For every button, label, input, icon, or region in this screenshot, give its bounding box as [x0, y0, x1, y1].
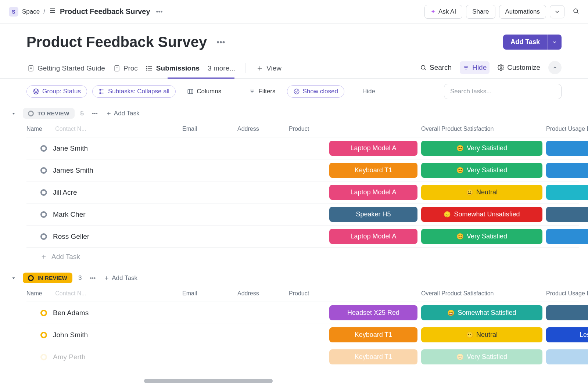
col-duration[interactable]: Product Usage Duration: [546, 126, 588, 132]
status-pill[interactable]: IN REVIEW: [23, 273, 72, 283]
satisfaction-badge[interactable]: 😊Very Satisfied: [421, 229, 542, 244]
duration-badge[interactable]: 1-3 years: [546, 163, 588, 178]
product-badge[interactable]: Keyboard T1: [329, 163, 417, 178]
table-row[interactable]: Ben Adams Headset X25 Red 😄Somewhat Sati…: [26, 302, 579, 324]
global-search-icon[interactable]: [573, 8, 579, 15]
task-name[interactable]: Mark Cher: [53, 211, 86, 219]
product-badge[interactable]: Keyboard T1: [329, 349, 417, 364]
group-more-icon[interactable]: •••: [88, 275, 98, 281]
product-badge[interactable]: Headset X25 Red: [329, 305, 417, 320]
col-duration[interactable]: Product Usage Duration: [546, 290, 588, 297]
collapse-toolbar-button[interactable]: [548, 61, 562, 74]
task-name[interactable]: Jill Acre: [53, 188, 77, 197]
collapse-icon[interactable]: [10, 110, 17, 117]
product-badge[interactable]: Laptop Model A: [329, 229, 417, 244]
table-row[interactable]: Jill Acre Laptop Model A 😐Neutral Never …: [26, 181, 579, 204]
col-name[interactable]: Name Contact N...: [26, 290, 182, 297]
satisfaction-badge[interactable]: 😐Neutral: [421, 327, 542, 342]
col-product[interactable]: Product: [289, 290, 421, 297]
task-name[interactable]: Jane Smith: [53, 144, 88, 152]
table-row[interactable]: Ross Geller Laptop Model A 😊Very Satisfi…: [26, 226, 579, 248]
breadcrumb-list[interactable]: Product Feedback Survey: [60, 7, 150, 16]
duration-badge[interactable]: 1-6 months: [546, 207, 588, 222]
table-row[interactable]: Jane Smith Laptop Model A 😊Very Satisfie…: [26, 137, 579, 159]
duration-badge[interactable]: Never used: [546, 185, 588, 200]
col-address[interactable]: Address: [237, 126, 285, 132]
satisfaction-badge[interactable]: 😊Very Satisfied: [421, 163, 542, 178]
table-row[interactable]: Amy Perth Keyboard T1 😊Very Satisfied 1-…: [26, 346, 579, 368]
task-name[interactable]: Amy Perth: [53, 353, 86, 361]
satisfaction-badge[interactable]: 😐Neutral: [421, 185, 542, 200]
columns-chip[interactable]: Columns: [181, 85, 227, 98]
hide-link[interactable]: Hide: [359, 86, 378, 97]
satisfaction-badge[interactable]: 😞Somewhat Unsatisfied: [421, 207, 542, 222]
status-dot-icon[interactable]: [40, 211, 47, 218]
duration-badge[interactable]: 1-6 months: [546, 305, 588, 320]
add-task-caret-button[interactable]: [547, 35, 562, 50]
group-add-task[interactable]: Add Task: [104, 274, 137, 282]
duration-badge[interactable]: Less than a month: [546, 327, 588, 342]
task-search-box[interactable]: [444, 84, 562, 99]
add-task-inline[interactable]: Add Task: [40, 248, 579, 266]
satisfaction-badge[interactable]: 😄Somewhat Satisfied: [421, 305, 542, 320]
group-add-task[interactable]: Add Task: [106, 110, 140, 117]
task-name[interactable]: Ross Geller: [53, 233, 89, 241]
automations-caret-button[interactable]: [550, 5, 564, 18]
satisfaction-badge[interactable]: 😊Very Satisfied: [421, 349, 542, 364]
tab-proc[interactable]: Proc: [112, 61, 139, 78]
product-badge[interactable]: Laptop Model A: [329, 141, 417, 156]
search-view-button[interactable]: Search: [417, 61, 455, 74]
col-email[interactable]: Email: [182, 126, 237, 132]
duration-badge[interactable]: 1-3 years: [546, 141, 588, 156]
status-dot-icon[interactable]: [40, 189, 47, 196]
subtasks-chip[interactable]: Subtasks: Collapse all: [92, 85, 176, 98]
space-avatar[interactable]: S: [9, 7, 18, 17]
group-chip[interactable]: Group: Status: [26, 85, 87, 98]
show-closed-chip[interactable]: Show closed: [287, 85, 344, 98]
group-more-icon[interactable]: •••: [90, 110, 100, 116]
col-product[interactable]: Product: [289, 126, 421, 132]
tab-more[interactable]: 3 more...: [207, 61, 236, 78]
customize-button[interactable]: Customize: [495, 61, 543, 74]
product-badge[interactable]: Speaker H5: [329, 207, 417, 222]
add-task-button[interactable]: Add Task: [503, 35, 547, 50]
task-name[interactable]: Ben Adams: [53, 309, 89, 317]
status-dot-icon[interactable]: [40, 354, 47, 360]
status-pill[interactable]: TO REVIEW: [23, 108, 75, 119]
automations-button[interactable]: Automations: [499, 5, 546, 19]
task-name[interactable]: James Smith: [53, 166, 93, 174]
breadcrumb-space[interactable]: Space: [22, 8, 40, 15]
table-row[interactable]: John Smith Keyboard T1 😐Neutral Less tha…: [26, 324, 579, 346]
col-email[interactable]: Email: [182, 290, 237, 297]
scrollbar-thumb[interactable]: [144, 379, 273, 383]
status-dot-icon[interactable]: [40, 332, 47, 338]
table-row[interactable]: Mark Cher Speaker H5 😞Somewhat Unsatisfi…: [26, 204, 579, 226]
ask-ai-button[interactable]: ✦Ask AI: [424, 5, 462, 19]
col-satisfaction[interactable]: Overall Product Satisfaction: [421, 126, 546, 132]
add-view-button[interactable]: View: [255, 61, 282, 78]
tab-getting-started[interactable]: Getting Started Guide: [26, 61, 106, 78]
col-satisfaction[interactable]: Overall Product Satisfaction: [421, 290, 546, 297]
collapse-icon[interactable]: [10, 275, 17, 281]
status-dot-icon[interactable]: [40, 167, 47, 174]
hide-fields-button[interactable]: Hide: [460, 61, 490, 74]
breadcrumb-more-icon[interactable]: •••: [154, 8, 165, 15]
status-dot-icon[interactable]: [40, 233, 47, 240]
status-dot-icon[interactable]: [40, 145, 47, 152]
filters-chip[interactable]: Filters: [243, 85, 282, 98]
duration-badge[interactable]: 1-3 years: [546, 349, 588, 364]
page-more-icon[interactable]: •••: [214, 37, 227, 47]
task-search-input[interactable]: [450, 88, 555, 95]
col-address[interactable]: Address: [237, 290, 285, 297]
duration-badge[interactable]: 1-3 years: [546, 229, 588, 244]
tab-submissions[interactable]: Submissions: [145, 61, 200, 78]
product-badge[interactable]: Laptop Model A: [329, 185, 417, 200]
product-badge[interactable]: Keyboard T1: [329, 327, 417, 342]
status-dot-icon[interactable]: [40, 310, 47, 316]
horizontal-scrollbar[interactable]: [0, 377, 588, 385]
table-row[interactable]: James Smith Keyboard T1 😊Very Satisfied …: [26, 159, 579, 181]
share-button[interactable]: Share: [466, 5, 495, 19]
col-name[interactable]: Name Contact N...: [26, 126, 182, 132]
task-name[interactable]: John Smith: [53, 331, 88, 339]
satisfaction-badge[interactable]: 😊Very Satisfied: [421, 141, 542, 156]
